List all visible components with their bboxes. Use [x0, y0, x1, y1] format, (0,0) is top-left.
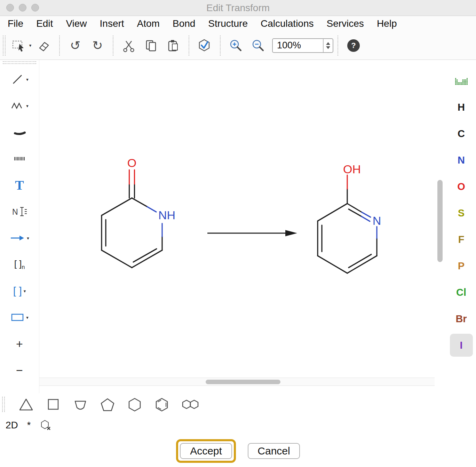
atom-label-icon: N: [11, 205, 27, 219]
menu-item-atom[interactable]: Atom: [137, 18, 160, 29]
undo-button[interactable]: ↺: [64, 35, 86, 56]
increase-charge-button[interactable]: +: [0, 331, 39, 357]
template-toolbar: [0, 393, 476, 415]
menu-item-help[interactable]: Help: [377, 18, 397, 29]
hashed-bond-tool-button[interactable]: [0, 145, 39, 172]
palette-drag-handle[interactable]: [3, 61, 36, 64]
menu-item-edit[interactable]: Edit: [36, 18, 53, 29]
bracket-icon: [ ]: [13, 285, 22, 297]
text-tool-button[interactable]: T: [0, 172, 39, 198]
pyridine-n-label[interactable]: N: [373, 214, 381, 227]
chain-tool-button[interactable]: ▾: [0, 93, 39, 119]
reaction-arrow[interactable]: [207, 230, 297, 236]
vertical-scrollbar-thumb[interactable]: [437, 180, 443, 262]
scissors-icon: [122, 39, 136, 53]
menu-item-file[interactable]: File: [8, 18, 23, 29]
plus-icon: +: [16, 338, 23, 350]
horizontal-scrollbar-thumb[interactable]: [206, 380, 280, 384]
zoom-window-button[interactable]: [31, 4, 39, 11]
ring-nh-label[interactable]: NH: [158, 208, 175, 222]
main-area: ▾ ▾: [0, 60, 476, 393]
copy-icon: [144, 39, 158, 53]
structure-canvas[interactable]: O NH: [39, 60, 435, 378]
structure-check-button[interactable]: [193, 35, 216, 56]
redo-button[interactable]: ↻: [86, 35, 109, 56]
bracket-tool-button[interactable]: [ ] ▾: [0, 278, 39, 304]
zoom-out-button[interactable]: [247, 35, 269, 56]
element-button-o[interactable]: O: [446, 173, 476, 200]
template-4-ring-button[interactable]: [45, 396, 61, 412]
stepper-up-icon: [326, 42, 330, 45]
menu-item-calculations[interactable]: Calculations: [261, 18, 314, 29]
template-3-ring-button[interactable]: [18, 396, 34, 412]
menu-item-insert[interactable]: Insert: [100, 18, 124, 29]
drawing-canvas[interactable]: O NH: [39, 60, 446, 393]
menu-item-bond[interactable]: Bond: [173, 18, 195, 29]
zoom-stepper[interactable]: [323, 39, 333, 52]
hashed-bond-icon: [13, 152, 26, 166]
eraser-button[interactable]: [33, 35, 55, 56]
zoom-in-icon: [229, 39, 243, 53]
menu-item-services[interactable]: Services: [327, 18, 364, 29]
reaction-arrow-tool-button[interactable]: ▾: [0, 225, 39, 251]
rectangle-tool-button[interactable]: ▾: [0, 304, 39, 331]
periodic-table-button[interactable]: [455, 69, 468, 94]
element-button-f[interactable]: F: [446, 226, 476, 253]
cancel-button[interactable]: Cancel: [248, 443, 300, 459]
dimension-toggle[interactable]: 2D: [6, 420, 18, 431]
hydroxyl-label[interactable]: OH: [343, 163, 361, 176]
toolbar-separator: [113, 35, 113, 56]
menu-item-structure[interactable]: Structure: [208, 18, 248, 29]
template-5-ring-down-button[interactable]: [72, 396, 88, 412]
bold-bond-tool-button[interactable]: [0, 119, 39, 145]
traffic-lights: [6, 4, 39, 11]
template-benzene-button[interactable]: [154, 396, 170, 412]
cut-button[interactable]: [118, 35, 140, 56]
close-window-button[interactable]: [6, 4, 14, 11]
element-button-c[interactable]: C: [446, 120, 476, 147]
toolbar-drag-handle[interactable]: [3, 35, 6, 56]
minimize-window-button[interactable]: [19, 4, 26, 11]
bond-tool-button[interactable]: ▾: [0, 66, 39, 93]
template-toolbar-drag-handle[interactable]: [2, 397, 5, 412]
carbonyl-oxygen-label[interactable]: O: [127, 156, 136, 169]
bold-bond-icon: [13, 125, 26, 139]
repeat-group-tool-button[interactable]: [ ]n: [0, 251, 39, 278]
element-button-n[interactable]: N: [446, 147, 476, 173]
decrease-charge-button[interactable]: −: [0, 357, 39, 383]
zoom-level-select[interactable]: 100%: [272, 38, 333, 53]
template-5-ring-button[interactable]: [100, 396, 116, 412]
template-6-ring-button[interactable]: [127, 396, 143, 412]
toolbar-separator: [338, 35, 338, 56]
element-button-h[interactable]: H: [446, 94, 476, 120]
rectangle-icon: [10, 310, 24, 324]
eraser-icon: [37, 39, 51, 53]
toolbar-separator: [59, 35, 60, 56]
select-tool-button[interactable]: ▾: [10, 35, 33, 56]
element-button-cl[interactable]: Cl: [446, 279, 476, 306]
chevron-down-icon: ▾: [27, 236, 29, 241]
repeat-bracket-icon: [ ]n: [14, 259, 25, 270]
chevron-down-icon: ▾: [26, 103, 29, 109]
modified-indicator: *: [27, 420, 31, 431]
left-tool-palette: ▾ ▾: [0, 60, 39, 393]
toolbar-separator: [220, 35, 221, 56]
chevron-down-icon: ▾: [26, 77, 29, 82]
horizontal-scrollbar[interactable]: [39, 378, 435, 386]
copy-button[interactable]: [140, 35, 162, 56]
reactant-structure[interactable]: O NH: [102, 156, 175, 268]
titlebar: Edit Transform: [0, 0, 476, 16]
element-button-p[interactable]: P: [446, 253, 476, 279]
zoom-in-button[interactable]: [225, 35, 247, 56]
product-structure[interactable]: OH N: [318, 163, 381, 273]
atom-label-tool-button[interactable]: N: [0, 198, 39, 225]
menu-item-view[interactable]: View: [66, 18, 87, 29]
element-button-br[interactable]: Br: [446, 306, 476, 332]
template-fused-rings-button[interactable]: [181, 396, 201, 412]
accept-button[interactable]: Accept: [180, 443, 232, 459]
pentagon-ring-icon: [100, 397, 115, 412]
element-button-i[interactable]: I: [446, 332, 476, 358]
help-button[interactable]: ?: [342, 35, 365, 56]
element-button-s[interactable]: S: [446, 200, 476, 226]
paste-button[interactable]: [162, 35, 184, 56]
